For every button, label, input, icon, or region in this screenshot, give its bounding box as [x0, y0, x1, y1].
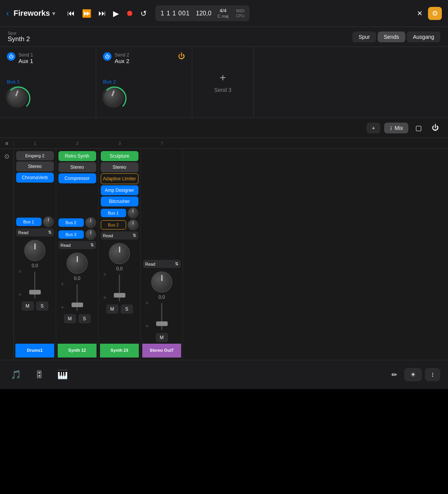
channel-1-plugin-1[interactable]: ChromaVerb — [16, 173, 54, 183]
channel-3-solo[interactable]: S — [121, 304, 133, 314]
key-display: C maj — [218, 14, 229, 19]
send-2-power-icon[interactable]: ⏻ — [103, 52, 112, 61]
channel-3-read[interactable]: Read ⇅ — [101, 231, 138, 240]
send-2-label: Send 2 — [115, 52, 129, 58]
channel-3-bus-2[interactable]: Bus 2 — [101, 220, 126, 230]
channel-1-fader-labels: 0- 6- — [19, 269, 22, 296]
channel-strip-drums: Eingang 2 Stereo ChromaVerb Bus 1 Read ⇅… — [14, 149, 56, 360]
channel-1-read[interactable]: Read ⇅ — [16, 228, 54, 236]
play-button[interactable]: ▶ — [113, 9, 119, 18]
music-icon-button[interactable]: 🎵 — [8, 367, 24, 383]
send-2-bus[interactable]: Bus 2 — [103, 79, 123, 85]
tab-ausgang[interactable]: Ausgang — [407, 32, 440, 42]
channel-1-solo[interactable]: S — [36, 301, 48, 311]
channel-3-plugin-amp[interactable]: Amp Designer — [101, 185, 138, 195]
channel-1-input[interactable]: Eingang 2 — [16, 151, 54, 160]
channel-3-bus2-knob[interactable] — [128, 220, 138, 230]
send-3-add[interactable]: + Send 3 — [192, 47, 254, 118]
channel-3-label: Synth 2 3 — [100, 344, 139, 358]
channel-2-fader-thumb[interactable] — [72, 303, 83, 307]
settings-button[interactable]: ⚙ — [428, 7, 442, 20]
channel-2-bus-3[interactable]: Bus 3 — [58, 230, 84, 239]
fast-forward-button[interactable]: ⏩ — [82, 9, 92, 18]
channel-7-mute[interactable]: M — [156, 333, 168, 342]
channel-3-mute[interactable]: M — [106, 304, 118, 314]
bpm-display: 120,0 — [196, 10, 212, 17]
frame-button[interactable]: ▢ — [412, 122, 425, 134]
send-2-active-icon: ⏻ — [178, 52, 185, 60]
channel-1-stereo[interactable]: Stereo — [16, 161, 54, 171]
channel-3-ms-row: M S — [101, 304, 138, 314]
time-signature: 4/4 C maj — [218, 8, 229, 19]
brightness-button[interactable]: ☀ — [404, 368, 422, 381]
top-bar-right: ✕ ⚙ — [415, 7, 442, 20]
channel-2-plugin-1[interactable]: Compressor — [58, 173, 96, 183]
channel-2-bus-2[interactable]: Bus 2 — [58, 218, 84, 227]
close-button[interactable]: ✕ — [415, 8, 424, 19]
channel-1-pan-knob[interactable] — [24, 240, 45, 261]
channel-2-read-label: Read — [61, 243, 71, 248]
channel-1-mute[interactable]: M — [22, 301, 34, 311]
tracks-icon-button[interactable]: 🎛 — [32, 367, 47, 383]
channel-3-stereo[interactable]: Stereo — [101, 162, 138, 172]
send-2-name: Aux 2 — [115, 58, 129, 64]
spur-label: Spur — [8, 31, 30, 35]
channel-strip-synth2: Sculpture Stereo Adaptive Limiter Amp De… — [98, 149, 141, 360]
channel-3-fader-area: 0- 6- — [101, 273, 138, 303]
channel-7-fader-thumb[interactable] — [156, 321, 168, 326]
tab-sends[interactable]: Sends — [378, 32, 405, 42]
channel-2-pan-knob[interactable] — [67, 253, 88, 274]
channel-3-fader-thumb[interactable] — [114, 293, 125, 298]
channel-2-bus2-knob[interactable] — [85, 217, 96, 228]
channel-3-plugin-bitcrusher[interactable]: Bitcrusher — [101, 196, 138, 206]
channel-3-plugin-adaptive[interactable]: Adaptive Limiter — [101, 173, 138, 184]
channel-2-bus-row-1: Bus 2 — [58, 217, 96, 228]
channel-1-bus-1[interactable]: Bus 1 — [16, 218, 42, 226]
mixer-spacer — [183, 149, 448, 360]
mixer-section: + ⫶ Mix ▢ ⏻ ≡ 1 2 3 7 ⊙ Eingang 2 Stereo… — [0, 118, 448, 360]
channel-1-fader-thumb[interactable] — [29, 290, 41, 294]
grid-icon: ≡ — [5, 140, 8, 146]
channel-2-bus3-knob[interactable] — [85, 229, 96, 240]
send-1-knob[interactable] — [7, 87, 27, 107]
channel-2-mute[interactable]: M — [64, 314, 76, 323]
send-2-knob[interactable] — [103, 87, 123, 107]
track-tabs: Spur Sends Ausgang — [352, 32, 440, 42]
channel-7-fader-track — [161, 303, 162, 330]
add-channel-button[interactable]: + — [366, 123, 380, 133]
channel-7-pan-knob[interactable] — [151, 271, 172, 293]
channel-2-stereo[interactable]: Stereo — [58, 162, 96, 172]
piano-icon-button[interactable]: 🎹 — [54, 367, 71, 383]
power-mixer-button[interactable]: ⏻ — [429, 122, 442, 133]
channel-num-3: 3 — [98, 141, 141, 146]
channel-2-read[interactable]: Read ⇅ — [58, 241, 96, 249]
channel-7-read-label: Read — [145, 262, 155, 266]
eq-button[interactable]: ⫶ — [425, 368, 440, 381]
record-button[interactable]: ⏺ — [126, 9, 133, 18]
channel-3-fader-track — [119, 274, 120, 301]
skip-back-button[interactable]: ⏭ — [98, 9, 106, 18]
send-1-bus[interactable]: Bus 1 — [7, 79, 27, 85]
channel-3-input[interactable]: Sculpture — [101, 151, 138, 161]
mix-button[interactable]: ⫶ Mix — [384, 123, 408, 133]
midi-cpu-display: MIDI CPU — [236, 9, 244, 18]
channel-7-read-chevron: ⇅ — [175, 261, 178, 266]
channel-7-name: Stereo Out — [150, 348, 171, 353]
channel-2-fader-area: 0- 6- — [58, 282, 96, 313]
send-2-header: ⏻ Send 2 Aux 2 ⏻ — [103, 52, 185, 67]
send-1-power-icon[interactable]: ⏻ — [7, 52, 15, 61]
channel-3-bus-1[interactable]: Bus 1 — [101, 209, 126, 217]
channel-7-read[interactable]: Read ⇅ — [143, 260, 181, 268]
channel-2-solo[interactable]: S — [78, 314, 91, 323]
rewind-button[interactable]: ⏮ — [67, 9, 75, 18]
grid-icon-area: ≡ — [0, 140, 14, 146]
channel-3-pan-knob[interactable] — [109, 243, 130, 264]
channel-2-input[interactable]: Retro Synth — [58, 151, 96, 161]
back-button[interactable]: ‹ — [6, 8, 9, 18]
repeat-button[interactable]: ↺ — [140, 9, 147, 18]
channel-3-bus1-knob[interactable] — [128, 208, 138, 218]
pencil-button[interactable]: ✏ — [391, 368, 397, 381]
channel-1-bus-knob[interactable] — [43, 216, 54, 227]
channel-sidebar: ⊙ — [0, 149, 14, 360]
tab-spur[interactable]: Spur — [352, 32, 376, 42]
